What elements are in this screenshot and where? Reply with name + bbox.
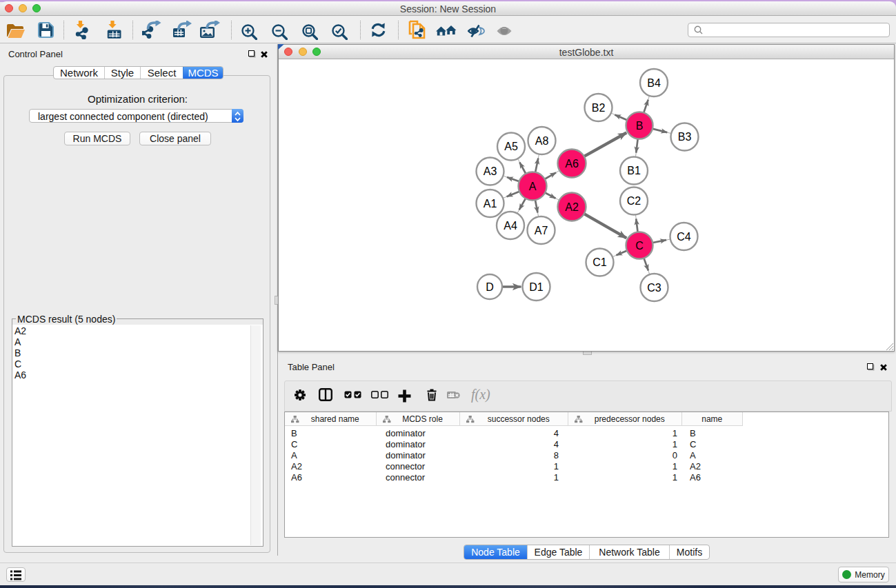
svg-text:C2: C2 — [627, 195, 641, 207]
svg-text:A6: A6 — [565, 158, 579, 170]
svg-text:A5: A5 — [504, 141, 518, 152]
svg-text:B1: B1 — [627, 165, 641, 176]
svg-text:A: A — [529, 181, 537, 192]
svg-text:A2: A2 — [565, 201, 579, 213]
svg-text:D: D — [486, 281, 494, 293]
svg-text:A4: A4 — [504, 220, 517, 232]
svg-text:B: B — [636, 120, 644, 132]
svg-text:A8: A8 — [535, 135, 549, 147]
svg-text:C4: C4 — [677, 231, 691, 243]
svg-text:B2: B2 — [592, 102, 606, 114]
svg-text:C3: C3 — [647, 282, 661, 294]
svg-text:A1: A1 — [484, 198, 497, 210]
svg-text:A7: A7 — [535, 225, 548, 236]
svg-text:D1: D1 — [529, 281, 544, 293]
svg-text:C: C — [635, 240, 644, 252]
svg-text:B3: B3 — [678, 131, 692, 143]
svg-text:C1: C1 — [593, 256, 607, 268]
svg-text:A3: A3 — [484, 165, 497, 177]
svg-text:B4: B4 — [647, 77, 661, 89]
